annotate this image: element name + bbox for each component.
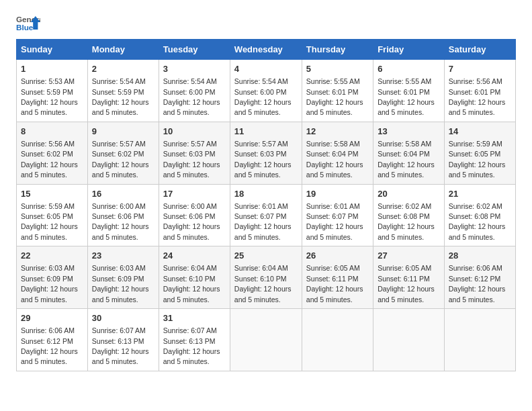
day-number: 29	[21, 312, 83, 324]
calendar-cell: 12Sunrise: 5:58 AMSunset: 6:04 PMDayligh…	[302, 122, 373, 184]
calendar-cell: 22Sunrise: 6:03 AMSunset: 6:09 PMDayligh…	[17, 246, 88, 309]
logo-icon: General Blue	[16, 13, 40, 32]
calendar-cell: 19Sunrise: 6:01 AMSunset: 6:07 PMDayligh…	[302, 184, 373, 246]
day-detail: Sunrise: 5:58 AMSunset: 6:04 PMDaylight:…	[378, 140, 435, 179]
day-detail: Sunrise: 5:59 AMSunset: 6:05 PMDaylight:…	[21, 202, 78, 241]
calendar-cell: 1Sunrise: 5:53 AMSunset: 5:59 PMDaylight…	[17, 60, 88, 122]
day-number: 25	[234, 250, 298, 262]
calendar-cell: 13Sunrise: 5:58 AMSunset: 6:04 PMDayligh…	[373, 122, 445, 184]
day-detail: Sunrise: 5:57 AMSunset: 6:03 PMDaylight:…	[234, 140, 292, 179]
header-row: SundayMondayTuesdayWednesdayThursdayFrid…	[17, 40, 516, 60]
day-number: 28	[449, 250, 511, 262]
day-number: 4	[234, 63, 298, 75]
day-number: 19	[306, 188, 369, 200]
calendar-cell: 23Sunrise: 6:03 AMSunset: 6:09 PMDayligh…	[87, 246, 159, 309]
calendar-cell: 31Sunrise: 6:07 AMSunset: 6:13 PMDayligh…	[159, 309, 230, 371]
day-detail: Sunrise: 5:53 AMSunset: 5:59 PMDaylight:…	[21, 77, 78, 116]
day-number: 2	[92, 63, 154, 75]
header-day-monday: Monday	[87, 40, 159, 60]
day-number: 16	[92, 188, 154, 200]
day-number: 20	[378, 188, 440, 200]
day-number: 7	[449, 63, 511, 75]
day-detail: Sunrise: 5:58 AMSunset: 6:04 PMDaylight:…	[306, 140, 363, 179]
day-detail: Sunrise: 6:02 AMSunset: 6:08 PMDaylight:…	[449, 202, 506, 241]
calendar-cell	[230, 309, 302, 371]
day-detail: Sunrise: 6:03 AMSunset: 6:09 PMDaylight:…	[21, 264, 78, 303]
day-number: 1	[21, 63, 83, 75]
calendar-cell: 24Sunrise: 6:04 AMSunset: 6:10 PMDayligh…	[159, 246, 230, 309]
day-detail: Sunrise: 6:05 AMSunset: 6:11 PMDaylight:…	[306, 264, 363, 303]
week-row-1: 1Sunrise: 5:53 AMSunset: 5:59 PMDaylight…	[17, 60, 516, 122]
day-number: 26	[306, 250, 369, 262]
calendar-cell: 7Sunrise: 5:56 AMSunset: 6:01 PMDaylight…	[444, 60, 515, 122]
calendar-cell: 21Sunrise: 6:02 AMSunset: 6:08 PMDayligh…	[444, 184, 515, 246]
day-number: 18	[234, 188, 298, 200]
day-number: 31	[163, 312, 226, 324]
day-detail: Sunrise: 6:07 AMSunset: 6:13 PMDaylight:…	[92, 326, 149, 365]
calendar-cell: 29Sunrise: 6:06 AMSunset: 6:12 PMDayligh…	[17, 309, 88, 371]
header-day-sunday: Sunday	[17, 40, 88, 60]
calendar-cell: 17Sunrise: 6:00 AMSunset: 6:06 PMDayligh…	[159, 184, 230, 246]
week-row-4: 22Sunrise: 6:03 AMSunset: 6:09 PMDayligh…	[17, 246, 516, 309]
day-detail: Sunrise: 6:07 AMSunset: 6:13 PMDaylight:…	[163, 326, 220, 365]
calendar-cell: 16Sunrise: 6:00 AMSunset: 6:06 PMDayligh…	[87, 184, 159, 246]
svg-text:Blue: Blue	[16, 23, 34, 32]
calendar-cell: 5Sunrise: 5:55 AMSunset: 6:01 PMDaylight…	[302, 60, 373, 122]
calendar-header: SundayMondayTuesdayWednesdayThursdayFrid…	[17, 40, 516, 60]
calendar-cell	[444, 309, 515, 371]
calendar-cell: 4Sunrise: 5:54 AMSunset: 6:00 PMDaylight…	[230, 60, 302, 122]
day-detail: Sunrise: 5:56 AMSunset: 6:01 PMDaylight:…	[449, 77, 506, 116]
day-number: 9	[92, 126, 154, 138]
day-number: 22	[21, 250, 83, 262]
calendar-body: 1Sunrise: 5:53 AMSunset: 5:59 PMDaylight…	[17, 60, 516, 371]
day-number: 13	[378, 126, 440, 138]
calendar-cell: 3Sunrise: 5:54 AMSunset: 6:00 PMDaylight…	[159, 60, 230, 122]
day-detail: Sunrise: 6:05 AMSunset: 6:11 PMDaylight:…	[378, 264, 435, 303]
header-day-saturday: Saturday	[444, 40, 515, 60]
day-detail: Sunrise: 6:02 AMSunset: 6:08 PMDaylight:…	[378, 202, 435, 241]
calendar-cell: 20Sunrise: 6:02 AMSunset: 6:08 PMDayligh…	[373, 184, 445, 246]
day-number: 30	[92, 312, 154, 324]
day-number: 15	[21, 188, 83, 200]
calendar-cell: 6Sunrise: 5:55 AMSunset: 6:01 PMDaylight…	[373, 60, 445, 122]
day-detail: Sunrise: 5:54 AMSunset: 5:59 PMDaylight:…	[92, 77, 149, 116]
day-detail: Sunrise: 6:03 AMSunset: 6:09 PMDaylight:…	[92, 264, 149, 303]
calendar-cell: 10Sunrise: 5:57 AMSunset: 6:03 PMDayligh…	[159, 122, 230, 184]
header-day-tuesday: Tuesday	[159, 40, 230, 60]
calendar-cell: 9Sunrise: 5:57 AMSunset: 6:02 PMDaylight…	[87, 122, 159, 184]
day-number: 3	[163, 63, 226, 75]
day-detail: Sunrise: 6:04 AMSunset: 6:10 PMDaylight:…	[234, 264, 292, 303]
day-number: 14	[449, 126, 511, 138]
header-day-thursday: Thursday	[302, 40, 373, 60]
calendar-cell: 26Sunrise: 6:05 AMSunset: 6:11 PMDayligh…	[302, 246, 373, 309]
calendar-cell: 27Sunrise: 6:05 AMSunset: 6:11 PMDayligh…	[373, 246, 445, 309]
day-detail: Sunrise: 6:06 AMSunset: 6:12 PMDaylight:…	[21, 326, 78, 365]
day-detail: Sunrise: 5:54 AMSunset: 6:00 PMDaylight:…	[234, 77, 292, 116]
week-row-3: 15Sunrise: 5:59 AMSunset: 6:05 PMDayligh…	[17, 184, 516, 246]
calendar-cell	[302, 309, 373, 371]
day-detail: Sunrise: 6:01 AMSunset: 6:07 PMDaylight:…	[306, 202, 363, 241]
day-detail: Sunrise: 5:57 AMSunset: 6:03 PMDaylight:…	[163, 140, 220, 179]
day-number: 11	[234, 126, 298, 138]
day-number: 17	[163, 188, 226, 200]
week-row-5: 29Sunrise: 6:06 AMSunset: 6:12 PMDayligh…	[17, 309, 516, 371]
day-detail: Sunrise: 6:00 AMSunset: 6:06 PMDaylight:…	[92, 202, 149, 241]
day-number: 21	[449, 188, 511, 200]
logo: General Blue	[16, 13, 42, 32]
day-number: 24	[163, 250, 226, 262]
day-number: 27	[378, 250, 440, 262]
day-detail: Sunrise: 5:54 AMSunset: 6:00 PMDaylight:…	[163, 77, 220, 116]
day-detail: Sunrise: 5:55 AMSunset: 6:01 PMDaylight:…	[378, 77, 435, 116]
day-detail: Sunrise: 6:00 AMSunset: 6:06 PMDaylight:…	[163, 202, 220, 241]
day-number: 23	[92, 250, 154, 262]
calendar-cell: 11Sunrise: 5:57 AMSunset: 6:03 PMDayligh…	[230, 122, 302, 184]
calendar-table: SundayMondayTuesdayWednesdayThursdayFrid…	[16, 39, 516, 371]
day-detail: Sunrise: 6:06 AMSunset: 6:12 PMDaylight:…	[449, 264, 506, 303]
day-number: 10	[163, 126, 226, 138]
calendar-cell: 30Sunrise: 6:07 AMSunset: 6:13 PMDayligh…	[87, 309, 159, 371]
day-number: 8	[21, 126, 83, 138]
day-number: 5	[306, 63, 369, 75]
day-detail: Sunrise: 5:55 AMSunset: 6:01 PMDaylight:…	[306, 77, 363, 116]
calendar-cell: 15Sunrise: 5:59 AMSunset: 6:05 PMDayligh…	[17, 184, 88, 246]
calendar-cell: 8Sunrise: 5:56 AMSunset: 6:02 PMDaylight…	[17, 122, 88, 184]
